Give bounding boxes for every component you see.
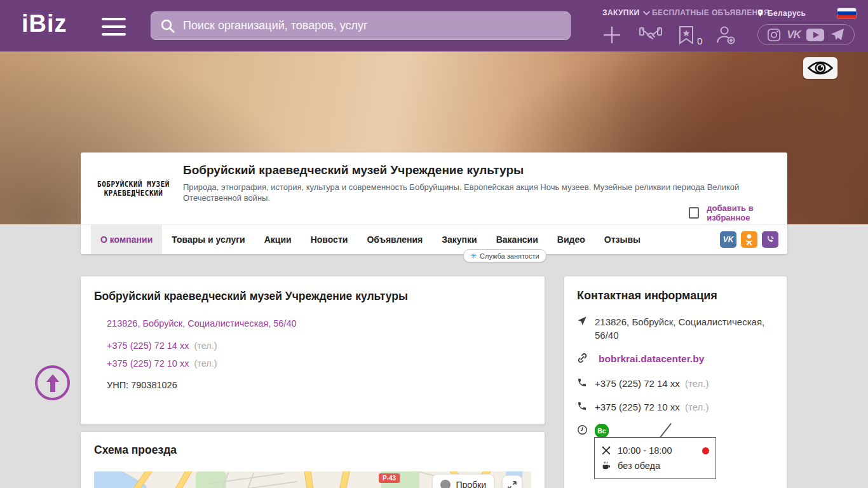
favorite-checkbox[interactable]: [689, 207, 699, 219]
road-badge: Р-43: [379, 473, 400, 483]
website-link[interactable]: bobrkrai.datacenter.by: [599, 353, 704, 364]
company-unp: УНП: 790381026: [107, 380, 177, 390]
schedule-lunch-row: без обеда: [601, 458, 709, 473]
tab-ads[interactable]: Объявления: [357, 225, 432, 254]
contact-card: Контактная информация 213826, Бобруйск, …: [564, 276, 787, 488]
add-to-favorites[interactable]: добавить в избранное: [689, 203, 787, 222]
map-road: [301, 471, 325, 488]
company-socials: VK: [720, 231, 778, 248]
search-icon: [160, 18, 175, 34]
contact-website: bobrkrai.datacenter.by: [577, 352, 774, 365]
handshake-icon: [639, 27, 662, 44]
tab-products[interactable]: Товары и услуги: [162, 225, 254, 254]
clock-icon: [577, 424, 588, 438]
contact-title: Контактная информация: [577, 289, 774, 302]
day-pill-sun[interactable]: Вс: [595, 424, 609, 438]
about-address-link[interactable]: 213826, Бобруйск, Социалистическая, 56/4…: [107, 318, 297, 329]
traffic-button[interactable]: Пробки: [432, 474, 494, 488]
logo[interactable]: iBiz: [22, 10, 67, 37]
header: iBiz ЗАКУПКИ БЕСПЛАТНЫЕ ОБЪЯВЛЕНИЯ Белар…: [0, 0, 868, 51]
about-phone-2: +375 (225) 72 10 xx (тел.): [107, 358, 217, 369]
user-add-icon: [715, 25, 736, 44]
instagram-icon[interactable]: [767, 28, 781, 42]
login-button[interactable]: [715, 25, 736, 47]
search-bar[interactable]: [151, 11, 571, 40]
vk-icon[interactable]: VK: [787, 29, 801, 41]
company-card: БОБРУЙСКИЙ МУЗЕЙ КРАЕВЕДЧЕСКИЙ Бобруйски…: [81, 152, 787, 254]
map[interactable]: Р-43 Пробки: [94, 471, 531, 488]
company-description: Природа, этнография, история, культура и…: [183, 182, 768, 203]
plus-icon: [602, 25, 621, 44]
company-logo: БОБРУЙСКИЙ МУЗЕЙ КРАЕВЕДЧЕСКИЙ: [92, 179, 175, 198]
phone-icon: [577, 401, 587, 414]
about-phone-1: +375 (225) 72 14 xx (тел.): [107, 341, 217, 351]
map-title: Схема проезда: [94, 444, 177, 457]
header-socials: VK: [757, 24, 855, 45]
menu-zakupki[interactable]: ЗАКУПКИ: [602, 8, 648, 17]
company-title: Бобруйский краеведческий музей Учреждени…: [183, 163, 524, 177]
phone-icon: [577, 377, 587, 391]
contact-phone-1: +375 (225) 72 14 xx (тел.): [577, 377, 774, 390]
scroll-to-top-button[interactable]: [35, 365, 70, 400]
link-icon: [577, 353, 588, 367]
about-card: Бобруйский краеведческий музей Учреждени…: [81, 276, 545, 424]
youtube-icon[interactable]: [806, 29, 824, 41]
traffic-light-icon: [440, 480, 451, 488]
tools-icon: [601, 445, 611, 456]
eye-icon: [808, 60, 833, 76]
coffee-cup-icon: [601, 461, 611, 471]
schedule-hours-row: 10:00 - 18:00: [601, 443, 709, 458]
vacancy-tooltip: ✳ Служба занятости: [463, 249, 546, 262]
about-title: Бобруйский краеведческий музей Учреждени…: [94, 290, 408, 303]
odnoklassniki-icon[interactable]: [741, 231, 757, 248]
map-park: [196, 471, 226, 488]
phone-link[interactable]: +375 (225) 72 10 xx: [107, 358, 189, 369]
arrow-up-icon: [44, 374, 61, 393]
working-days: Пн Вт Ср Чт Пт Сб Вс: [595, 424, 774, 438]
phone-link[interactable]: +375 (225) 72 14 xx: [595, 378, 680, 389]
favorites-button[interactable]: [679, 25, 694, 47]
expand-icon: [507, 480, 517, 488]
tab-about[interactable]: О компании: [91, 225, 162, 254]
partners-button[interactable]: [639, 27, 662, 46]
chevron-down-icon: [642, 8, 649, 15]
map-expand-button[interactable]: [502, 475, 522, 488]
company-tabbar: О компании Товары и услуги Акции Новости…: [81, 224, 787, 254]
vk-share-icon[interactable]: VK: [720, 231, 736, 248]
favorites-count: 0: [697, 36, 702, 46]
navigation-arrow-icon: [577, 316, 587, 329]
language-flag-russia[interactable]: [837, 8, 856, 18]
schedule-lunch: без обеда: [618, 461, 660, 471]
page: iBiz ЗАКУПКИ БЕСПЛАТНЫЕ ОБЪЯВЛЕНИЯ Белар…: [0, 0, 868, 488]
employment-service-icon: ✳: [470, 252, 477, 260]
favorite-label: добавить в избранное: [707, 203, 787, 222]
bookmark-star-icon: [679, 25, 694, 44]
phone-link[interactable]: +375 (225) 72 14 xx: [107, 341, 189, 351]
schedule-time: 10:00 - 18:00: [618, 445, 672, 456]
location-pin-icon: [756, 8, 764, 18]
tab-promos[interactable]: Акции: [255, 225, 301, 254]
menu-free-ads[interactable]: БЕСПЛАТНЫЕ ОБЪЯВЛЕНИЯ: [652, 8, 770, 17]
closed-now-indicator: [702, 447, 709, 454]
map-card: Схема проезда Р-43 Пробки: [81, 432, 545, 488]
phone-link[interactable]: +375 (225) 72 10 xx: [595, 402, 680, 412]
viber-icon[interactable]: [762, 231, 778, 248]
contact-phone-2: +375 (225) 72 10 xx (тел.): [577, 400, 774, 414]
contact-schedule: Пн Вт Ср Чт Пт Сб Вс: [577, 424, 774, 438]
location-selector[interactable]: Беларусь: [756, 8, 806, 18]
telegram-icon[interactable]: [830, 28, 845, 42]
schedule-tooltip: 10:00 - 18:00 без обеда: [594, 437, 716, 479]
tab-news[interactable]: Новости: [301, 225, 358, 254]
accessibility-eye-button[interactable]: [803, 57, 837, 79]
hamburger-menu-icon[interactable]: [102, 18, 126, 36]
tab-reviews[interactable]: Отзывы: [595, 225, 650, 254]
tab-video[interactable]: Видео: [548, 225, 595, 254]
map-road: [322, 471, 354, 488]
add-company-button[interactable]: [602, 25, 621, 47]
contact-address: 213826, Бобруйск, Социалистическая, 56/4…: [577, 315, 774, 342]
search-input[interactable]: [183, 19, 561, 32]
